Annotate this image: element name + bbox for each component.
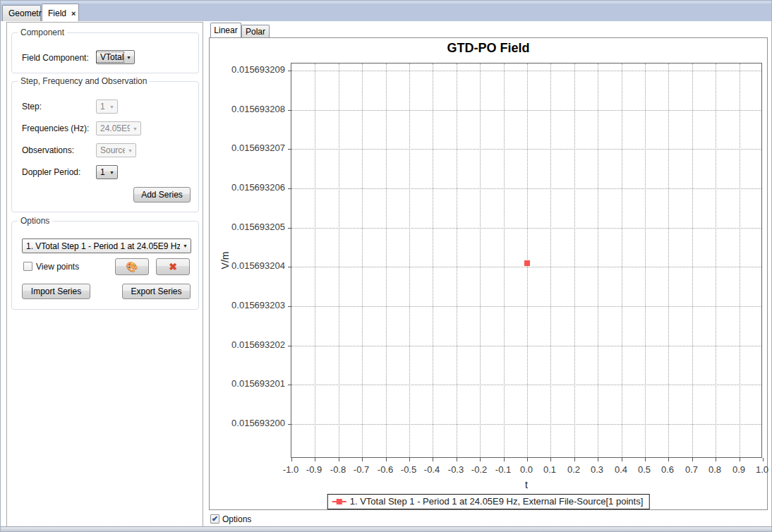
plot-region: Linear Polar GTD-PO Field 0.0156932090.0… [207, 22, 771, 528]
chart-panel: GTD-PO Field 0.0156932090.0156932080.015… [209, 37, 768, 510]
chevron-down-icon: ▼ [180, 243, 191, 248]
tab-geometry-label: Geometry [8, 8, 46, 18]
field-component-value: VTotal [97, 52, 123, 62]
y-tick-mark [288, 385, 291, 385]
x-tick-mark [550, 458, 551, 461]
x-gridline [574, 64, 575, 457]
doppler-period-value: 1 [97, 167, 107, 177]
view-points-label: View points [36, 262, 79, 272]
x-gridline [692, 64, 693, 457]
x-gridline [386, 64, 387, 457]
x-gridline [622, 64, 622, 457]
x-gridline [480, 64, 481, 457]
import-series-button[interactable]: Import Series [22, 284, 90, 299]
y-tick-label: 0.015693202 [218, 339, 285, 350]
add-series-button[interactable]: Add Series [133, 187, 191, 202]
options-checkbox-label: Options [222, 514, 251, 524]
y-tick-label: 0.015693208 [218, 104, 285, 114]
x-tick-mark [763, 458, 764, 461]
delete-series-button[interactable]: ✖ [156, 258, 190, 275]
data-point[interactable] [524, 260, 530, 266]
chart-legend: 1. VTotal Step 1 - Period 1 at 24.05E9 H… [327, 494, 650, 509]
tab-field[interactable]: Field× [42, 4, 79, 21]
x-gridline [409, 64, 410, 457]
delete-icon: ✖ [169, 261, 177, 272]
x-gridline [645, 64, 646, 457]
tab-linear[interactable]: Linear [210, 23, 241, 37]
chevron-down-icon: ▼ [130, 126, 140, 131]
frequencies-select[interactable]: 24.05E9 ▼ [96, 121, 141, 135]
chevron-down-icon: ▼ [107, 104, 117, 109]
step-value: 1 [97, 102, 107, 111]
y-tick-label: 0.015693206 [218, 182, 285, 193]
x-tick-mark [622, 458, 622, 461]
x-tick-mark [598, 458, 598, 461]
field-component-select[interactable]: VTotal ▼ [96, 50, 135, 64]
export-series-button[interactable]: Export Series [122, 284, 191, 299]
y-tick-mark [288, 110, 291, 111]
step-frequency-group-title: Step, Frequency and Observation [18, 76, 150, 86]
y-tick-mark [288, 71, 291, 71]
chevron-down-icon: ▼ [107, 170, 117, 175]
y-tick-mark [288, 424, 291, 425]
x-gridline [740, 64, 740, 457]
x-tick-mark [692, 458, 693, 461]
x-gridline [339, 64, 339, 457]
x-tick-label: 1.0 [748, 464, 772, 475]
x-axis-label: t [519, 479, 533, 490]
app-window: Geometry Field× Component Field Componen… [0, 0, 772, 532]
x-gridline [362, 64, 363, 457]
x-tick-mark [339, 458, 339, 461]
x-tick-mark [433, 458, 433, 461]
x-tick-mark [457, 458, 457, 461]
y-tick-mark [288, 228, 291, 229]
status-strip [1, 526, 772, 531]
x-tick-mark [716, 458, 716, 461]
x-tick-mark [315, 458, 315, 461]
observations-select[interactable]: Source ▼ [96, 143, 136, 157]
component-group-title: Component [18, 28, 67, 37]
x-gridline [598, 64, 598, 457]
x-tick-mark [362, 458, 363, 461]
chevron-down-icon: ▼ [125, 148, 135, 153]
close-tab-icon[interactable]: × [71, 9, 76, 18]
y-tick-label: 0.015693205 [218, 222, 285, 232]
x-tick-mark [504, 458, 505, 461]
document-tabbar: Geometry Field× [1, 4, 772, 21]
x-tick-mark [668, 458, 669, 461]
step-select[interactable]: 1 ▼ [96, 99, 118, 114]
legend-series-marker [332, 498, 346, 505]
tab-field-label: Field [48, 8, 66, 18]
options-group-title: Options [18, 216, 52, 226]
x-gridline [433, 64, 433, 457]
x-gridline [504, 64, 505, 457]
x-tick-mark [291, 458, 292, 461]
series-selector[interactable]: 1. VTotal Step 1 - Period 1 at 24.05E9 H… [22, 238, 191, 253]
palette-icon: 🎨 [126, 262, 138, 272]
frequencies-label: Frequencies (Hz): [22, 123, 89, 133]
chart-title: GTD-PO Field [210, 41, 767, 56]
y-axis-label: V/m [219, 246, 231, 274]
x-gridline [668, 64, 669, 457]
tab-polar[interactable]: Polar [241, 25, 270, 37]
x-tick-mark [527, 458, 528, 461]
observations-label: Observations: [22, 145, 74, 155]
plot-area[interactable] [291, 63, 762, 458]
legend-series-label: 1. VTotal Step 1 - Period 1 at 24.05E9 H… [350, 496, 644, 507]
x-gridline [550, 64, 551, 457]
options-checkbox[interactable]: ✔ [210, 514, 219, 524]
series-color-button[interactable]: 🎨 [115, 258, 149, 275]
series-selector-value: 1. VTotal Step 1 - Period 1 at 24.05E9 H… [23, 241, 180, 251]
y-tick-mark [288, 306, 291, 307]
doppler-period-select[interactable]: 1 ▼ [96, 165, 118, 179]
x-gridline [716, 64, 716, 457]
y-tick-mark [288, 267, 291, 267]
y-tick-mark [288, 346, 291, 346]
x-gridline [315, 64, 315, 457]
x-tick-mark [409, 458, 410, 461]
frequencies-value: 24.05E9 [97, 123, 130, 133]
x-tick-mark [740, 458, 740, 461]
view-points-checkbox[interactable] [23, 262, 32, 271]
tab-geometry[interactable]: Geometry [2, 5, 41, 21]
field-control-panel: Component Field Component: VTotal ▼ Step… [6, 22, 203, 528]
